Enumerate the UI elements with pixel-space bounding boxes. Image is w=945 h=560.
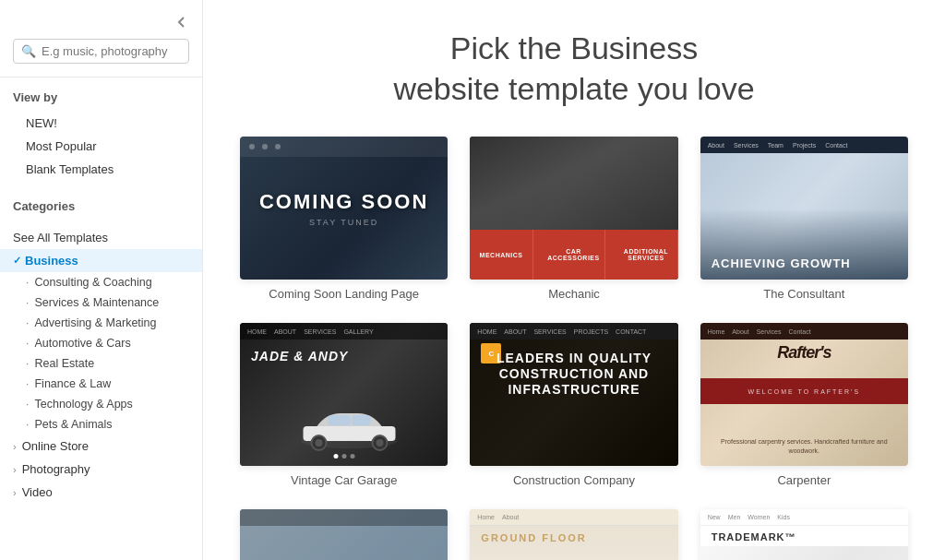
vin-nav-about: ABOUT xyxy=(274,328,296,335)
see-all-templates[interactable]: See All Templates xyxy=(0,226,202,249)
chevron-right-icon-3: › xyxy=(13,487,17,498)
categories-section: Categories xyxy=(0,186,202,226)
sidebar-subitem-automotive[interactable]: Automotive & Cars xyxy=(0,333,202,353)
sidebar-item-photography[interactable]: › Photography xyxy=(0,458,202,481)
template-thumb-construction: HOME ABOUT SERVICES PROJECTS CONTACT C L… xyxy=(470,323,677,466)
template-label-vintage: Vintage Car Garage xyxy=(240,473,448,487)
template-card-construction[interactable]: HOME ABOUT SERVICES PROJECTS CONTACT C L… xyxy=(470,323,677,487)
mech-service-3: ADDITIONAL SERVICES xyxy=(615,230,677,280)
vin-dot-3 xyxy=(350,454,354,459)
chevron-left-icon xyxy=(174,15,189,30)
template-thumb-success: SUCCESS BY YOUR SIDE xyxy=(240,509,448,560)
vintage-car-svg xyxy=(298,406,400,452)
sidebar-subitem-services[interactable]: Services & Maintenance xyxy=(0,292,202,313)
tm-room-image xyxy=(700,546,908,560)
template-card-success[interactable]: SUCCESS BY YOUR SIDE Success xyxy=(240,509,448,560)
carpenter-logo: Rafter's xyxy=(777,343,831,363)
con-nav-services: SERVICES xyxy=(533,328,566,335)
search-input[interactable] xyxy=(42,44,181,58)
template-card-trademark[interactable]: New Men Women Kids TRADEMARK™ Trademark xyxy=(700,509,908,560)
carp-nav-about: About xyxy=(732,328,748,335)
template-card-coming-soon[interactable]: COMING SOON STAY TUNED Coming Soon Landi… xyxy=(240,137,448,301)
sidebar-subitem-advertising[interactable]: Advertising & Marketing xyxy=(0,313,202,333)
template-card-mechanic[interactable]: CA MECHANICS CAR ACCESSORIES ADDITIONAL … xyxy=(470,137,677,301)
template-thumb-vintage: HOME ABOUT SERVICES GALLERY JADE & ANDY xyxy=(240,323,448,466)
con-nav-about: ABOUT xyxy=(504,328,526,335)
sidebar-item-blank-templates[interactable]: Blank Templates xyxy=(13,158,189,181)
chevron-down-icon: ✓ xyxy=(13,255,21,267)
template-thumb-mechanic: CA MECHANICS CAR ACCESSORIES ADDITIONAL … xyxy=(470,137,677,280)
sidebar-subitem-technology[interactable]: Technology & Apps xyxy=(0,394,202,414)
tm-nav-women: Women xyxy=(748,514,770,520)
sidebar: 🔍 View by NEW! Most Popular Blank Templa… xyxy=(0,0,203,560)
cons-nav: About Services Team Projects Contact xyxy=(700,137,908,153)
cons-nav-projects: Projects xyxy=(793,142,816,149)
cons-nav-team: Team xyxy=(768,142,784,149)
vin-nav-gallery: GALLERY xyxy=(343,328,373,335)
cons-nav-contact: Contact xyxy=(825,142,847,149)
svg-rect-6 xyxy=(328,415,350,425)
nav-dot xyxy=(262,144,268,149)
svg-point-3 xyxy=(315,439,322,447)
vin-dots xyxy=(333,454,354,459)
vin-nav-home: HOME xyxy=(247,328,267,335)
carp-nav-services: Services xyxy=(757,328,782,335)
template-thumb-ground: Home About GROUND FLOOR xyxy=(470,509,677,560)
sidebar-item-video[interactable]: › Video xyxy=(0,481,202,504)
sidebar-subitem-realestate[interactable]: Real Estate xyxy=(0,353,202,374)
template-thumb-carpenter: Home About Services Contact Rafter's Wel… xyxy=(700,323,908,466)
mech-service-1: MECHANICS xyxy=(470,230,532,280)
nav-dot xyxy=(249,144,255,149)
template-card-carpenter[interactable]: Home About Services Contact Rafter's Wel… xyxy=(700,323,908,487)
templates-grid: COMING SOON STAY TUNED Coming Soon Landi… xyxy=(240,137,908,560)
sidebar-subitem-consulting[interactable]: Consulting & Coaching xyxy=(0,272,202,292)
tm-logo: TRADEMARK™ xyxy=(712,531,796,542)
chevron-right-icon: › xyxy=(13,441,17,452)
carp-nav-home: Home xyxy=(708,328,725,335)
gr-nav: Home About xyxy=(470,509,677,526)
video-label: Video xyxy=(22,485,53,499)
svg-point-5 xyxy=(376,439,383,447)
business-label: Business xyxy=(25,254,78,268)
gr-header: GROUND FLOOR xyxy=(481,532,586,543)
mech-workers-overlay xyxy=(470,137,677,237)
carpenter-sub: Welcome to Rafter's xyxy=(748,388,861,395)
search-section: 🔍 xyxy=(0,39,202,77)
template-card-consultant[interactable]: About Services Team Projects Contact ACH… xyxy=(700,137,908,301)
template-label-mechanic: Mechanic xyxy=(470,287,677,301)
tm-nav: New Men Women Kids xyxy=(700,509,908,526)
sidebar-collapse-button[interactable] xyxy=(0,15,202,39)
chevron-right-icon-2: › xyxy=(13,464,17,475)
page-title: Pick the Business website template you l… xyxy=(240,28,908,109)
sidebar-item-online-store[interactable]: › Online Store xyxy=(0,435,202,458)
mech-bottom-bar: MECHANICS CAR ACCESSORIES ADDITIONAL SER… xyxy=(470,230,677,280)
template-thumb-trademark: New Men Women Kids TRADEMARK™ xyxy=(700,509,908,560)
search-icon: 🔍 xyxy=(21,44,36,58)
page-title-line2: website template you love xyxy=(393,71,754,106)
sidebar-subitem-pets[interactable]: Pets & Animals xyxy=(0,414,202,435)
tm-nav-kids: Kids xyxy=(777,514,790,520)
suc-nav xyxy=(240,509,448,526)
view-by-section: View by NEW! Most Popular Blank Template… xyxy=(0,77,202,186)
sidebar-item-business[interactable]: ✓ Business xyxy=(0,249,202,272)
template-thumb-coming-soon: COMING SOON STAY TUNED xyxy=(240,137,448,280)
carp-nav: Home About Services Contact xyxy=(700,323,908,340)
mech-service-2: CAR ACCESSORIES xyxy=(543,230,605,280)
vin-nav: HOME ABOUT SERVICES GALLERY xyxy=(240,323,448,340)
sidebar-item-new[interactable]: NEW! xyxy=(13,112,189,135)
search-box[interactable]: 🔍 xyxy=(13,39,189,64)
con-nav: HOME ABOUT SERVICES PROJECTS CONTACT xyxy=(470,323,677,340)
coming-soon-text: COMING SOON xyxy=(259,190,428,214)
template-label-carpenter: Carpenter xyxy=(700,473,908,487)
photography-label: Photography xyxy=(22,462,90,476)
nav-dot xyxy=(275,144,281,149)
categories-label: Categories xyxy=(13,199,189,213)
sidebar-subitem-finance[interactable]: Finance & Law xyxy=(0,374,202,394)
thumb-navbar xyxy=(240,137,448,157)
main-content: Pick the Business website template you l… xyxy=(203,0,945,560)
template-card-ground[interactable]: Home About GROUND FLOOR Ground Floor xyxy=(470,509,677,560)
template-card-vintage[interactable]: HOME ABOUT SERVICES GALLERY JADE & ANDY xyxy=(240,323,448,487)
vin-dot-2 xyxy=(341,454,346,459)
con-nav-contact: CONTACT xyxy=(616,328,646,335)
sidebar-item-most-popular[interactable]: Most Popular xyxy=(13,135,189,158)
